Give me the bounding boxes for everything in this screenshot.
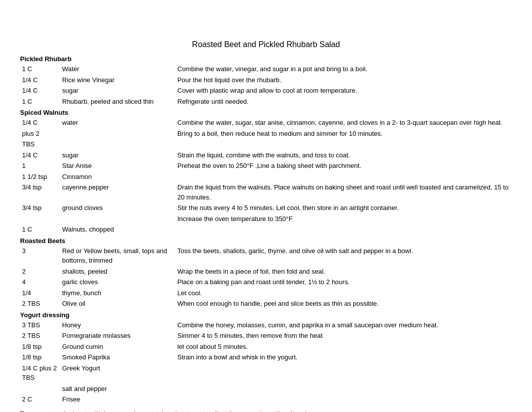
section-header: Yogurt dressing	[20, 311, 512, 319]
amount-cell: 2 C	[20, 394, 60, 405]
amount-cell: 1/4	[20, 288, 60, 299]
instruction-cell	[175, 394, 512, 405]
recipe-table: 1 CWaterCombine the water, vinegar, and …	[20, 64, 512, 107]
amount-cell: 2	[20, 266, 60, 277]
table-row: salt and pepper	[20, 383, 512, 394]
ingredient-cell	[60, 214, 175, 225]
amount-cell: 3 TBS	[20, 320, 60, 331]
page: Roasted Beet and Pickled Rhubarb Salad P…	[0, 0, 532, 412]
section-header: Spiced Walnuts	[20, 109, 512, 116]
ingredient-cell: Rhubarb, peeled and sliced thin	[60, 96, 175, 107]
instruction-cell	[175, 363, 512, 383]
ingredient-cell	[60, 128, 175, 139]
instruction-cell: Wrap the beets in a piece of foil, then …	[175, 266, 512, 277]
instruction-cell: Combine the water, vinegar, and sugar in…	[175, 64, 512, 75]
instruction-cell: Drain the liquid from the walnuts. Place…	[175, 182, 512, 202]
table-row: 1/8 tspSmoked PaprikaStrain into a bowl …	[20, 352, 512, 363]
ingredient-cell: Red or Yellow beets, small, tops and bot…	[60, 246, 175, 266]
table-row: 1 1/2 tspCinnamon	[20, 171, 512, 182]
amount-cell: 1/4 C	[20, 75, 60, 86]
table-row: 1 CWalnuts, chopped	[20, 224, 512, 235]
ingredient-cell: water	[60, 117, 175, 128]
instruction-cell: Cover with plastic wrap and allow to coo…	[175, 85, 512, 96]
amount-cell: 1 C	[20, 96, 60, 107]
amount-cell: 1 C	[20, 64, 60, 75]
section-header: Roasted Beets	[20, 237, 512, 245]
recipe-table: 1/4 CwaterCombine the water, sugar, star…	[20, 117, 512, 235]
amount-cell: 3/4 tsp	[20, 182, 60, 202]
amount-cell	[20, 383, 60, 394]
ingredient-cell	[60, 139, 175, 150]
table-row: 3Red or Yellow beets, small, tops and bo…	[20, 246, 512, 266]
amount-cell: TBS	[20, 139, 60, 150]
table-row: 1Star AnisePreheat the oven to 250°F ,Li…	[20, 160, 512, 171]
ingredient-cell: garlic cloves	[60, 277, 175, 288]
ingredient-cell: Smoked Paprika	[60, 352, 175, 363]
table-row: 1 CRhubarb, peeled and sliced thinRefrig…	[20, 96, 512, 107]
ingredient-cell: sugar	[60, 85, 175, 96]
table-row: 2 TBSOlive oilWhen cool enough to handle…	[20, 298, 512, 309]
instruction-cell: Refrigerate until needed.	[175, 96, 512, 107]
instruction-cell: Bring to a boil, then reduce heat to med…	[175, 128, 512, 139]
page-title: Roasted Beet and Pickled Rhubarb Salad	[20, 40, 512, 49]
instruction-cell: Simmer 4 to 5 minutes, then remove from …	[175, 330, 512, 341]
instruction-cell: Stir the nuts every 4 to 5 minutes. Let …	[175, 202, 512, 214]
ingredient-cell: Star Anise	[60, 160, 175, 171]
table-row: 2 TBSPomegranate molassesSimmer 4 to 5 m…	[20, 330, 512, 341]
ingredient-cell: Honey	[60, 320, 175, 331]
table-row: 1/4 CsugarStrain the liquid, combine wit…	[20, 150, 512, 161]
instruction-cell: Combine the honey, molasses, cumin, and …	[175, 320, 512, 331]
instruction-cell: Increase the oven temperature to 350°F	[175, 214, 512, 225]
instruction-cell: Pour the hot liquid over the rhubarb.	[175, 75, 512, 86]
amount-cell: 3	[20, 246, 60, 266]
ingredient-cell: Olive oil	[60, 298, 175, 309]
instruction-cell	[175, 139, 512, 150]
instruction-cell	[175, 171, 512, 182]
instruction-cell: When cool enough to handle, peel and sli…	[175, 298, 512, 309]
ingredient-cell: Walnuts, chopped	[60, 224, 175, 235]
instruction-cell	[175, 224, 512, 235]
ingredient-cell: Pomegranate molasses	[60, 330, 175, 341]
ingredient-cell: cayenne pepper	[60, 182, 175, 202]
amount-cell: 4	[20, 277, 60, 288]
ingredient-cell: Rice wine Vinegar	[60, 75, 175, 86]
table-row: TBS	[20, 139, 512, 150]
recipe-table: 3 TBSHoneyCombine the honey, molasses, c…	[20, 320, 512, 405]
amount-cell: 1/8 tsp	[20, 341, 60, 352]
amount-cell: 2 TBS	[20, 298, 60, 309]
amount-cell	[20, 214, 60, 225]
instruction-cell: let cool about 5 minutes.	[175, 341, 512, 352]
table-row: 1/4 CRice wine VinegarPour the hot liqui…	[20, 75, 512, 86]
amount-cell: 1	[20, 160, 60, 171]
ingredient-cell: Frisee	[60, 394, 175, 405]
instruction-cell: Strain into a bowl and whisk in the yogu…	[175, 352, 512, 363]
ingredient-cell: Water	[60, 64, 175, 75]
ingredient-cell: Cinnamon	[60, 171, 175, 182]
recipe-table: 3Red or Yellow beets, small, tops and bo…	[20, 246, 512, 309]
ingredient-cell: Ground cumin	[60, 341, 175, 352]
recipe-content: Pickled Rhubarb1 CWaterCombine the water…	[20, 55, 512, 405]
ingredient-cell: thyme, bunch	[60, 288, 175, 299]
section-header: Pickled Rhubarb	[20, 55, 512, 63]
ingredient-cell: salt and pepper	[60, 383, 175, 394]
table-row: 3/4 tspground cloves Stir the nuts every…	[20, 202, 512, 214]
ingredient-cell: shallots, peeled	[60, 266, 175, 277]
table-row: 1/4 C plus 2 TBSGreek Yogurt	[20, 363, 512, 383]
ingredient-cell: sugar	[60, 150, 175, 161]
ingredient-cell: Greek Yogurt	[60, 363, 175, 383]
instruction-cell	[175, 383, 512, 394]
instruction-cell: Strain the liquid, combine with the waln…	[175, 150, 512, 161]
instruction-cell: Combine the water, sugar, star anise, ci…	[175, 117, 512, 128]
amount-cell: 1/8 tsp	[20, 352, 60, 363]
amount-cell: 2 TBS	[20, 330, 60, 341]
table-row: 2 CFrisee	[20, 394, 512, 405]
amount-cell: 1/4 C	[20, 85, 60, 96]
instruction-cell: Toss the beets, shallots, garlic, thyme,…	[175, 246, 512, 266]
table-row: 1/8 tspGround cuminlet cool about 5 minu…	[20, 341, 512, 352]
amount-cell: 1 1/2 tsp	[20, 171, 60, 182]
table-row: 1 CWaterCombine the water, vinegar, and …	[20, 64, 512, 75]
instruction-cell: Let cool.	[175, 288, 512, 299]
instruction-cell: Place on a baking pan and roast until te…	[175, 277, 512, 288]
amount-cell: 1 C	[20, 224, 60, 235]
table-row: 1/4 CwaterCombine the water, sugar, star…	[20, 117, 512, 128]
